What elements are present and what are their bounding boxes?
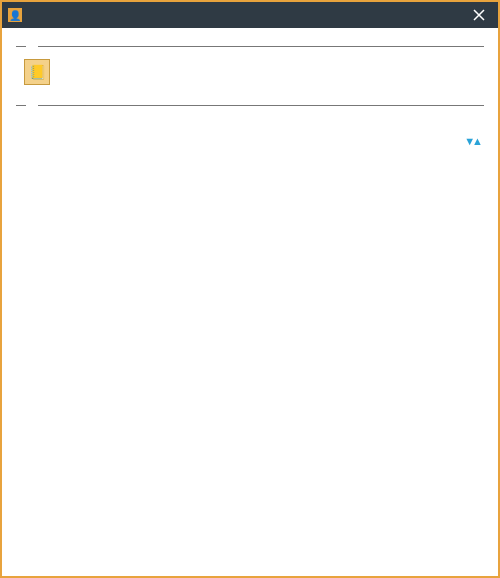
titlebar: 👤: [2, 2, 498, 28]
section-header-backup: [16, 46, 484, 47]
close-icon: [473, 9, 485, 21]
save-address-book-option[interactable]: 📒: [16, 53, 484, 95]
transfer-options-grid-bottom: [16, 152, 484, 162]
address-book-icon: 📒: [24, 59, 50, 85]
close-button[interactable]: [466, 2, 492, 28]
app-icon: 👤: [8, 8, 22, 22]
dialog-content: 📒 ▼▲: [2, 28, 498, 576]
section-header-transfer: [16, 105, 484, 106]
chevron-down-icon: ▼▲: [464, 135, 480, 147]
more-toggle[interactable]: ▼▲: [16, 122, 484, 152]
transfer-options-grid-top: [16, 112, 484, 122]
